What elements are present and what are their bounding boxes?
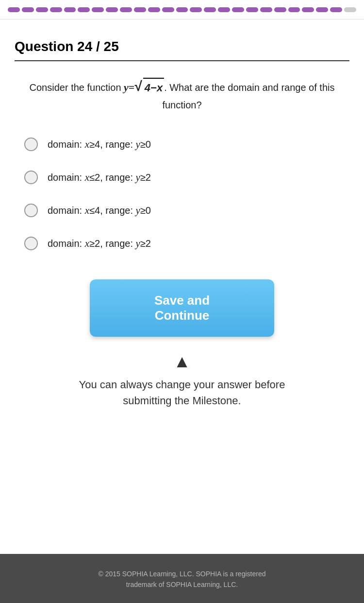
answer-option-c[interactable]: domain: x≤4, range: y≥0 [24, 199, 349, 222]
hint-arrow-icon: ▲ [15, 351, 349, 372]
question-text: Consider the function y=√4−x. What are t… [15, 76, 349, 113]
math-c2: y [136, 205, 140, 216]
pill-2 [22, 7, 34, 12]
answer-text-c: domain: x≤4, range: y≥0 [48, 205, 151, 217]
pill-25 [344, 7, 356, 12]
question-header: Question 24 / 25 [15, 39, 349, 61]
main-content: Question 24 / 25 Consider the function y… [0, 19, 364, 554]
save-continue-button[interactable]: Save and Continue [90, 279, 274, 337]
progress-pills [8, 7, 356, 12]
math-a: x [85, 138, 89, 150]
answer-text-d: domain: x≥2, range: y≥2 [48, 238, 151, 250]
math-b2: y [136, 172, 140, 183]
question-number: Question 24 / 25 [15, 39, 119, 54]
answer-option-b[interactable]: domain: x≤2, range: y≥2 [24, 166, 349, 189]
pill-8 [106, 7, 118, 12]
pill-3 [36, 7, 48, 12]
pill-19 [260, 7, 272, 12]
footer-line2: trademark of SOPHIA Learning, LLC. [10, 579, 354, 590]
hint-section: ▲ You can always change your answer befo… [15, 351, 349, 409]
radio-b[interactable] [24, 171, 38, 184]
sqrt-content: 4−x [143, 78, 164, 97]
pill-7 [92, 7, 104, 12]
pill-13 [176, 7, 188, 12]
radio-c[interactable] [24, 204, 38, 217]
math-d: x [85, 238, 89, 249]
question-suffix: . What are the domain and range of this … [162, 82, 334, 111]
pill-4 [50, 7, 62, 12]
pill-12 [162, 7, 174, 12]
progress-bar [0, 0, 364, 19]
hint-text: You can always change your answer before… [15, 377, 349, 409]
answer-options: domain: x≥4, range: y≥0 domain: x≤2, ran… [15, 133, 349, 255]
math-d2: y [136, 238, 140, 249]
sqrt-symbol: √ [134, 80, 142, 93]
pill-21 [288, 7, 300, 12]
sqrt-expression: √4−x [134, 76, 164, 97]
math-b: x [85, 172, 89, 183]
pill-20 [274, 7, 286, 12]
pill-1 [8, 7, 20, 12]
question-body: Consider the function y=√4−x. What are t… [15, 76, 349, 113]
answer-option-d[interactable]: domain: x≥2, range: y≥2 [24, 232, 349, 255]
pill-6 [78, 7, 90, 12]
save-btn-container: Save and Continue [15, 279, 349, 337]
math-a2: y [136, 138, 140, 150]
pill-10 [134, 7, 146, 12]
radio-d[interactable] [24, 237, 38, 250]
pill-11 [148, 7, 160, 12]
equals-sign: = [129, 81, 135, 93]
pill-9 [120, 7, 132, 12]
pill-23 [316, 7, 328, 12]
pill-22 [302, 7, 314, 12]
pill-5 [64, 7, 76, 12]
pill-16 [218, 7, 230, 12]
hint-line1: You can always change your answer before [79, 379, 285, 391]
pill-15 [204, 7, 216, 12]
question-prefix: Consider the function [30, 82, 124, 93]
answer-text-b: domain: x≤2, range: y≥2 [48, 172, 151, 184]
radio-a[interactable] [24, 138, 38, 151]
pill-18 [246, 7, 258, 12]
footer: © 2015 SOPHIA Learning, LLC. SOPHIA is a… [0, 554, 364, 603]
pill-17 [232, 7, 244, 12]
answer-option-a[interactable]: domain: x≥4, range: y≥0 [24, 133, 349, 156]
math-c: x [85, 205, 89, 216]
answer-text-a: domain: x≥4, range: y≥0 [48, 138, 151, 151]
pill-24 [330, 7, 342, 12]
footer-line1: © 2015 SOPHIA Learning, LLC. SOPHIA is a… [10, 569, 354, 579]
question-function: y [124, 81, 129, 93]
hint-line2: submitting the Milestone. [123, 395, 241, 407]
pill-14 [190, 7, 202, 12]
